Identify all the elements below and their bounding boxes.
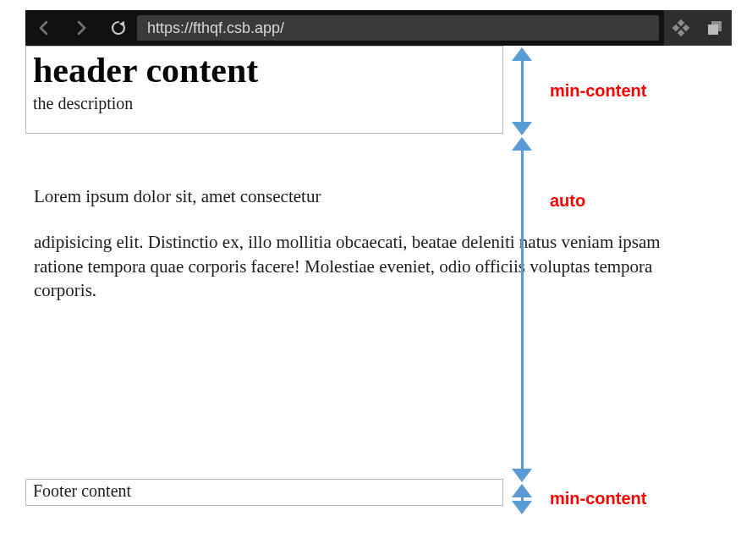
footer-row: Footer content <box>25 479 503 506</box>
reload-icon <box>110 19 127 36</box>
header-row: header content the description <box>25 46 503 134</box>
body-paragraph-2: adipisicing elit. Distinctio ex, illo mo… <box>34 230 685 302</box>
url-input[interactable]: https://fthqf.csb.app/ <box>137 15 659 41</box>
demo-page: header content the description Lorem ips… <box>25 46 503 519</box>
chevron-left-icon <box>38 20 50 36</box>
svg-rect-1 <box>678 19 684 26</box>
diamond-grid-icon <box>672 19 689 36</box>
measure-arrows <box>508 47 536 518</box>
svg-rect-3 <box>683 25 689 31</box>
copy-window-icon <box>706 19 723 36</box>
body-row: Lorem ipsum dolor sit, amet consectetur … <box>25 134 503 479</box>
page-description: the description <box>33 94 496 113</box>
reload-button[interactable] <box>100 10 137 46</box>
browser-toolbar: https://fthqf.csb.app/ <box>25 10 732 46</box>
body-paragraph-1: Lorem ipsum dolor sit, amet consectetur <box>34 184 495 208</box>
page-title: header content <box>33 50 496 91</box>
footer-text: Footer content <box>33 481 131 500</box>
new-window-button[interactable] <box>698 10 732 46</box>
arrow-body <box>508 137 536 482</box>
svg-marker-0 <box>119 21 124 27</box>
svg-rect-4 <box>678 30 684 36</box>
url-text: https://fthqf.csb.app/ <box>147 19 284 37</box>
chevron-right-icon <box>75 20 87 36</box>
arrow-header <box>508 47 536 135</box>
label-footer-size: min-content <box>550 489 646 508</box>
svg-rect-6 <box>708 25 718 35</box>
arrow-footer <box>508 484 536 514</box>
svg-rect-2 <box>672 25 679 31</box>
sandbox-button[interactable] <box>664 10 698 46</box>
forward-button[interactable] <box>63 10 100 46</box>
label-body-size: auto <box>550 191 585 211</box>
back-button[interactable] <box>25 10 63 46</box>
label-header-size: min-content <box>550 81 646 101</box>
